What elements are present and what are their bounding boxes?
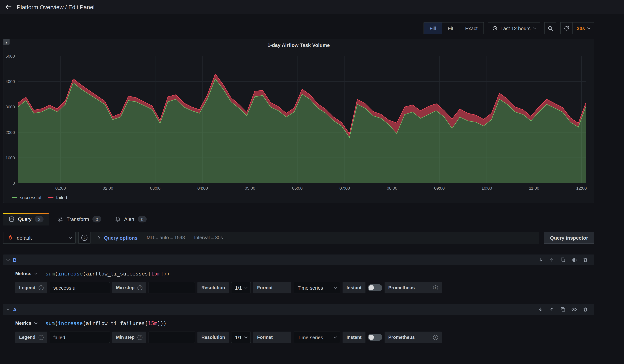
datasource-row: default ? Query options MD = auto = 1598… (3, 232, 594, 244)
svg-text:3000: 3000 (5, 104, 15, 109)
mode-fit-button[interactable]: Fit (442, 23, 459, 34)
time-range-picker[interactable]: Last 12 hours (488, 22, 541, 34)
content-area: Fill Fit Exact Last 12 hours (3, 22, 594, 343)
svg-text:01:00: 01:00 (55, 186, 66, 191)
chevron-down-icon (69, 236, 72, 239)
delete-query-button[interactable] (583, 307, 588, 312)
collapse-chevron-icon[interactable] (6, 258, 10, 261)
arrow-left-icon (5, 3, 12, 11)
instant-toggle[interactable] (367, 284, 382, 291)
legend-input[interactable] (50, 282, 110, 293)
query-datasource-label: Prometheusi (384, 282, 442, 293)
tab-alert[interactable]: Alert 0 (109, 213, 152, 225)
metrics-dropdown[interactable]: Metrics (15, 271, 37, 276)
format-select[interactable]: Time series (294, 332, 340, 343)
chevron-down-icon (34, 271, 38, 275)
chip-text: Min step (116, 335, 134, 340)
info-icon: i (138, 285, 143, 290)
resolution-option-label: Resolution (198, 282, 229, 293)
svg-text:11:00: 11:00 (529, 186, 539, 191)
chip-text: Resolution (202, 335, 225, 340)
disable-query-eye-button[interactable] (571, 257, 577, 263)
timeseries-chart[interactable]: 01000200030004000500001:0002:0003:0004:0… (3, 51, 594, 193)
tab-alert-badge: 0 (138, 216, 147, 222)
chevron-down-icon (334, 286, 337, 289)
move-query-up-button[interactable] (549, 307, 554, 312)
resolution-select[interactable]: 1/1 (231, 332, 251, 343)
zoom-out-button[interactable] (544, 22, 557, 34)
move-query-down-button[interactable] (538, 257, 544, 263)
promql-expression-b[interactable]: sum(increase(airflow_ti_successes[15m])) (46, 270, 170, 277)
query-section-a: A Metrics sum(increase(airflow_ti_failur… (3, 304, 594, 343)
format-select[interactable]: Time series (294, 282, 340, 293)
info-icon: i (138, 335, 143, 340)
prometheus-flame-icon (7, 235, 13, 241)
mode-fill-button[interactable]: Fill (424, 23, 442, 34)
chevron-down-icon (533, 26, 536, 29)
instant-option-label: Instant (343, 332, 365, 343)
legend-swatch-failed (48, 197, 53, 198)
refresh-interval-dropdown[interactable]: 30s (573, 23, 594, 34)
legend-item-failed[interactable]: failed (48, 195, 67, 200)
min-step-input[interactable] (149, 332, 195, 343)
tab-transform[interactable]: Transform 0 (52, 213, 107, 225)
query-actions (538, 257, 588, 263)
info-icon: i (38, 285, 43, 290)
duplicate-query-button[interactable] (560, 307, 566, 312)
chip-text: Resolution (202, 285, 225, 290)
query-options-label: Query options (104, 235, 137, 241)
duplicate-query-button[interactable] (560, 257, 566, 263)
move-query-down-button[interactable] (538, 307, 544, 312)
chip-text: Instant (347, 285, 362, 290)
query-datasource-label: Prometheusi (384, 332, 442, 343)
query-options-row: Legendi Min stepi Resolution 1/1 Format … (15, 332, 594, 343)
selected-format: Time series (298, 285, 323, 291)
datasource-help-button[interactable]: ? (78, 232, 91, 244)
chevron-down-icon (34, 321, 38, 324)
chip-text: Format (257, 285, 273, 290)
chip-text: Instant (347, 335, 362, 340)
metrics-dropdown[interactable]: Metrics (15, 320, 37, 326)
tab-query[interactable]: Query 2 (3, 213, 50, 225)
page-title: Platform Overview / Edit Panel (17, 4, 95, 10)
refresh-button[interactable] (561, 23, 573, 34)
svg-text:5000: 5000 (5, 54, 15, 59)
chart-panel: i 1-day Airflow Task Volume 010002000300… (3, 39, 594, 203)
svg-text:10:00: 10:00 (482, 186, 492, 191)
instant-toggle[interactable] (367, 334, 382, 341)
editor-tabs: Query 2 Transform 0 Alert 0 (3, 213, 594, 225)
panel-toolbar: Fill Fit Exact Last 12 hours (3, 22, 594, 34)
legend-swatch-successful (12, 197, 17, 198)
promql-expression-a[interactable]: sum(increase(airflow_ti_failures[15m])) (46, 320, 166, 326)
query-inspector-button[interactable]: Query inspector (544, 232, 594, 244)
min-step-option-label: Min stepi (112, 282, 146, 293)
query-options-row: Legendi Min stepi Resolution 1/1 Format … (15, 282, 594, 293)
chip-text: Format (257, 335, 273, 340)
query-ref-id[interactable]: B (13, 257, 17, 263)
query-ref-id[interactable]: A (13, 307, 17, 312)
query-options-toggle[interactable]: Query options (97, 235, 137, 241)
query-b-body: Metrics sum(increase(airflow_ti_successe… (3, 268, 594, 293)
min-step-input[interactable] (149, 282, 195, 293)
info-icon: i (433, 285, 438, 290)
legend-input[interactable] (50, 332, 110, 343)
collapse-chevron-icon[interactable] (6, 307, 10, 311)
legend-label: failed (56, 195, 67, 200)
delete-query-button[interactable] (583, 257, 588, 263)
datasource-select[interactable]: default (3, 232, 76, 244)
chevron-down-icon (334, 335, 337, 339)
back-button[interactable] (5, 3, 12, 11)
svg-text:0: 0 (13, 181, 15, 186)
metrics-row: Metrics sum(increase(airflow_ti_successe… (15, 268, 594, 279)
panel-info-icon[interactable]: i (3, 39, 10, 45)
mode-exact-button[interactable]: Exact (459, 23, 483, 34)
disable-query-eye-button[interactable] (571, 307, 577, 312)
tab-query-badge: 2 (35, 216, 44, 222)
resolution-select[interactable]: 1/1 (231, 282, 251, 293)
legend-item-successful[interactable]: successful (12, 195, 41, 200)
format-option-label: Format (253, 282, 291, 293)
svg-text:1000: 1000 (5, 155, 15, 160)
tab-label: Alert (124, 216, 134, 222)
metrics-label: Metrics (15, 271, 31, 276)
move-query-up-button[interactable] (549, 257, 554, 263)
